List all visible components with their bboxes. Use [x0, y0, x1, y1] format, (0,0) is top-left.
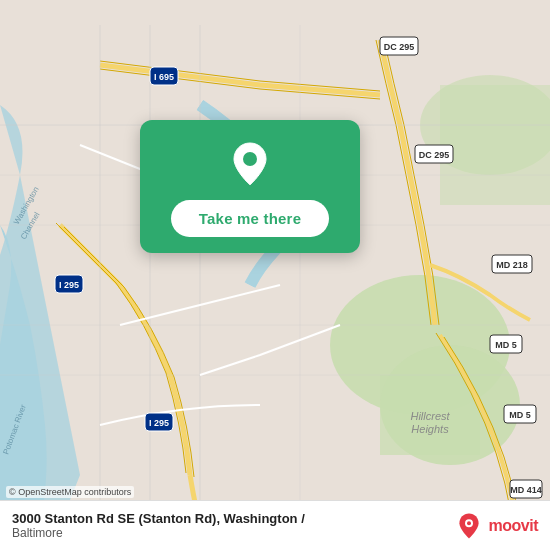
address-block: 3000 Stanton Rd SE (Stanton Rd), Washing…: [12, 511, 455, 540]
moovit-pin-icon: [455, 512, 483, 540]
svg-text:Heights: Heights: [411, 423, 449, 435]
moovit-logo[interactable]: moovit: [455, 512, 538, 540]
moovit-text: moovit: [489, 517, 538, 535]
svg-text:MD 414: MD 414: [510, 485, 542, 495]
svg-text:I 695: I 695: [154, 72, 174, 82]
svg-text:MD 218: MD 218: [496, 260, 528, 270]
address-line1: 3000 Stanton Rd SE (Stanton Rd), Washing…: [12, 511, 455, 526]
svg-text:MD 5: MD 5: [495, 340, 517, 350]
svg-rect-5: [440, 85, 550, 205]
svg-text:DC 295: DC 295: [419, 150, 450, 160]
svg-text:I 295: I 295: [149, 418, 169, 428]
map-background: I 695 DC 295 DC 295 I 295 I 295 MD 218 M…: [0, 0, 550, 550]
svg-text:DC 295: DC 295: [384, 42, 415, 52]
svg-text:Hillcrest: Hillcrest: [410, 410, 450, 422]
location-pin-icon: [225, 138, 275, 188]
map-container: I 695 DC 295 DC 295 I 295 I 295 MD 218 M…: [0, 0, 550, 550]
address-line2: Baltimore: [12, 526, 455, 540]
location-card: Take me there: [140, 120, 360, 253]
svg-text:MD 5: MD 5: [509, 410, 531, 420]
bottom-bar: 3000 Stanton Rd SE (Stanton Rd), Washing…: [0, 500, 550, 550]
svg-point-40: [467, 521, 471, 525]
svg-point-38: [243, 152, 257, 166]
svg-text:I 295: I 295: [59, 280, 79, 290]
take-me-there-button[interactable]: Take me there: [171, 200, 329, 237]
osm-credit: © OpenStreetMap contributors: [6, 486, 134, 498]
